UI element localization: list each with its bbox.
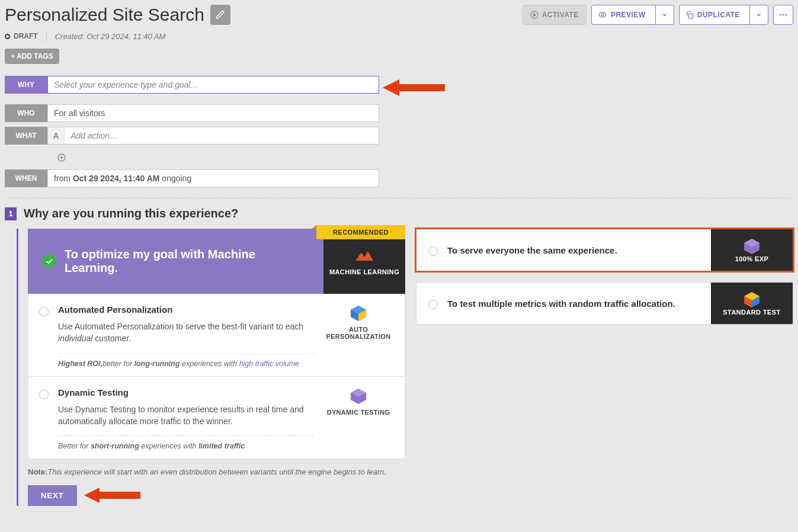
recommended-badge: RECOMMENDED <box>316 225 405 239</box>
preview-button[interactable]: PREVIEW <box>591 5 674 25</box>
play-circle-icon <box>530 11 539 19</box>
why-label: WHY <box>5 76 47 94</box>
annotation-arrow-icon <box>383 76 448 100</box>
note-text: Note:This experience will start with an … <box>28 467 405 476</box>
status-text: DRAFT <box>14 32 38 40</box>
created-text: Created: Oct 29 2024, 11:40 AM <box>55 32 166 41</box>
same-side-badge: 100% EXP <box>711 229 793 271</box>
svg-point-5 <box>783 14 784 16</box>
duplicate-dropdown[interactable] <box>749 5 768 24</box>
status-badge: DRAFT <box>5 32 38 40</box>
option-card-standard-test[interactable]: To test multiple metrics with random tra… <box>416 282 793 325</box>
step-number: 1 <box>5 207 17 220</box>
cube-icon <box>743 291 761 309</box>
auto-footnote: Highest ROI,better for long-running expe… <box>58 353 313 368</box>
option-card-ml[interactable]: RECOMMENDED To optimize my goal with Mac… <box>28 229 405 459</box>
svg-point-2 <box>601 14 604 16</box>
separator <box>46 31 47 41</box>
same-text: To serve everyone the same experience. <box>447 245 617 255</box>
auto-desc: Use Automated Personalization to serve t… <box>58 321 313 345</box>
dyn-footnote: Better for short-running experiences wit… <box>58 435 313 450</box>
page-title: Personalized Site Search <box>5 5 204 25</box>
plus-circle-icon <box>57 153 66 162</box>
preview-dropdown[interactable] <box>655 5 674 24</box>
chevron-down-icon <box>662 12 668 18</box>
radio-dynamic[interactable] <box>39 390 49 399</box>
radio-same[interactable] <box>428 246 438 256</box>
who-label: WHO <box>5 104 47 122</box>
what-field[interactable]: A Add action… <box>47 127 379 145</box>
svg-marker-11 <box>355 251 373 261</box>
dyn-title: Dynamic Testing <box>58 387 313 398</box>
svg-marker-1 <box>533 14 536 17</box>
test-text: To test multiple metrics with random tra… <box>447 299 675 309</box>
cube-icon <box>350 387 367 405</box>
dots-horizontal-icon <box>778 10 788 20</box>
copy-icon <box>685 11 694 19</box>
auto-title: Automated Personalization <box>58 305 313 315</box>
option-card-same-experience[interactable]: To serve everyone the same experience. 1… <box>416 229 793 271</box>
test-side-badge: STANDARD TEST <box>711 283 793 324</box>
dyn-desc: Use Dynamic Testing to monitor experienc… <box>58 403 313 428</box>
eye-icon <box>598 11 607 19</box>
ml-logo-icon <box>355 247 373 265</box>
activate-button[interactable]: ACTIVATE <box>523 5 587 25</box>
what-label: WHAT <box>5 127 47 145</box>
radio-test[interactable] <box>428 300 438 309</box>
duplicate-button[interactable]: DUPLICATE <box>679 5 768 25</box>
svg-rect-3 <box>688 14 693 18</box>
when-label: WHEN <box>5 169 47 187</box>
when-field[interactable]: from Oct 29 2024, 11:40 AM ongoing <box>47 169 379 187</box>
option-dynamic-testing[interactable]: Dynamic Testing Use Dynamic Testing to m… <box>28 377 405 460</box>
edit-title-button[interactable] <box>210 5 230 25</box>
chevron-down-icon <box>756 12 762 18</box>
add-variant-button[interactable] <box>52 149 66 166</box>
cube-icon <box>743 238 761 255</box>
why-field[interactable]: Select your experience type and goal... <box>47 76 379 94</box>
svg-point-4 <box>780 14 781 16</box>
pencil-icon <box>216 10 225 20</box>
next-button[interactable]: NEXT <box>28 485 77 506</box>
add-tags-button[interactable]: + ADD TAGS <box>5 49 59 64</box>
cube-icon <box>350 305 367 322</box>
annotation-arrow-icon <box>84 485 143 506</box>
svg-marker-7 <box>383 79 445 96</box>
who-field[interactable]: For all visitors <box>47 104 379 122</box>
section-divider <box>5 198 793 198</box>
radio-auto[interactable] <box>39 307 49 316</box>
step-title: Why are you running this experience? <box>24 207 238 220</box>
check-icon <box>42 254 56 268</box>
option-ml-headline: To optimize my goal with Machine Learnin… <box>65 248 309 275</box>
svg-point-6 <box>785 14 787 16</box>
status-dot-icon <box>5 34 10 39</box>
variant-a-badge: A <box>48 127 65 144</box>
option-auto-personalization[interactable]: Automated Personalization Use Automated … <box>28 294 405 377</box>
svg-marker-17 <box>84 488 140 503</box>
more-actions-button[interactable] <box>773 5 793 25</box>
